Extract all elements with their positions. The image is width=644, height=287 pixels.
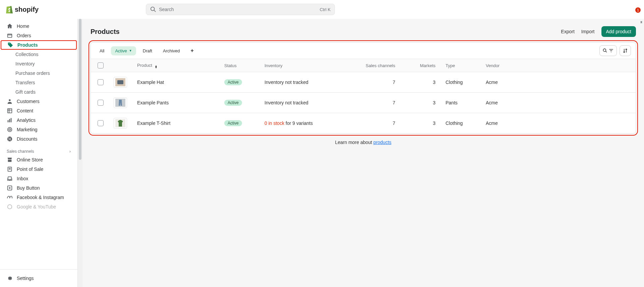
col-type[interactable]: Type — [446, 63, 486, 68]
add-view-button[interactable]: + — [187, 46, 198, 56]
inventory-cell: Inventory not tracked — [265, 80, 358, 85]
brand-logo[interactable]: shopify — [5, 5, 39, 14]
status-badge: Active — [224, 79, 242, 85]
table-row[interactable]: Example HatActiveInventory not tracked73… — [91, 72, 636, 93]
sidebar-item-inbox[interactable]: Inbox — [0, 174, 77, 183]
sidebar-item-label: Content — [17, 108, 33, 113]
sidebar-item-pos[interactable]: Point of Sale — [0, 164, 77, 174]
sidebar-scrollbar[interactable]: ▴ ▾ — [78, 19, 82, 287]
col-product[interactable]: Product ▲▼ — [137, 63, 224, 68]
svg-point-9 — [9, 129, 10, 130]
tab-archived[interactable]: Archived — [159, 46, 184, 55]
sidebar-sub-collections[interactable]: Collections — [0, 50, 77, 59]
svg-rect-2 — [8, 34, 12, 38]
row-checkbox[interactable] — [98, 79, 104, 85]
sidebar-item-marketing[interactable]: Marketing — [0, 125, 77, 134]
sidebar-item-label: Buy Button — [17, 185, 40, 191]
analytics-icon — [7, 117, 13, 123]
row-checkbox[interactable] — [98, 120, 104, 126]
col-inventory[interactable]: Inventory — [265, 63, 358, 68]
table-row[interactable]: Example PantsActiveInventory not tracked… — [91, 93, 636, 113]
chevron-right-icon[interactable]: › — [69, 149, 71, 154]
table-row[interactable]: Example T-ShirtActive0 in stock for 9 va… — [91, 113, 636, 133]
sidebar-item-label: Point of Sale — [17, 166, 43, 172]
select-all-checkbox[interactable] — [98, 62, 104, 68]
sidebar-item-label: Home — [17, 23, 29, 29]
sales-cell: 7 — [358, 80, 405, 85]
sidebar-item-products[interactable]: Products — [1, 40, 77, 50]
vendor-cell: Acme — [486, 121, 536, 126]
product-name[interactable]: Example T-Shirt — [137, 121, 224, 126]
tab-active[interactable]: Active ▼ — [111, 46, 136, 55]
percent-icon — [7, 136, 13, 142]
sidebar-section-channels: Sales channels › — [0, 144, 77, 155]
product-thumbnail — [114, 97, 127, 108]
home-icon — [7, 23, 13, 29]
sales-cell: 7 — [358, 121, 405, 126]
status-badge: Active — [224, 120, 242, 126]
vendor-cell: Acme — [486, 80, 536, 85]
vendor-cell: Acme — [486, 100, 536, 105]
tab-all[interactable]: All — [96, 46, 108, 55]
svg-rect-5 — [8, 120, 9, 122]
inbox-icon — [7, 176, 13, 182]
sidebar-item-online-store[interactable]: Online Store — [0, 155, 77, 164]
sidebar-item-orders[interactable]: Orders — [0, 31, 77, 40]
type-cell: Pants — [446, 100, 486, 105]
sidebar-item-settings[interactable]: Settings — [0, 274, 77, 283]
col-vendor[interactable]: Vendor — [486, 63, 536, 68]
sidebar-item-content[interactable]: Content — [0, 106, 77, 115]
sidebar-item-discounts[interactable]: Discounts — [0, 134, 77, 144]
product-name[interactable]: Example Hat — [137, 80, 224, 85]
svg-line-1 — [154, 10, 156, 12]
status-badge: Active — [224, 100, 242, 106]
products-help-link[interactable]: products — [373, 140, 392, 145]
markets-cell: 3 — [405, 121, 446, 126]
export-button[interactable]: Export — [561, 29, 574, 34]
gear-icon — [7, 275, 13, 281]
caret-down-icon: ▼ — [129, 49, 132, 52]
svg-point-12 — [10, 139, 11, 140]
search-shortcut: Ctrl K — [320, 7, 331, 12]
sidebar-item-label: Marketing — [17, 127, 37, 132]
type-cell: Clothing — [446, 80, 486, 85]
sidebar-item-label: Inbox — [17, 176, 28, 181]
add-product-button[interactable]: Add product — [601, 26, 636, 37]
col-sales[interactable]: Sales channels — [358, 63, 405, 68]
sort-button[interactable] — [620, 45, 631, 56]
import-button[interactable]: Import — [581, 29, 595, 34]
sidebar-sub-giftcards[interactable]: Gift cards — [0, 87, 77, 97]
brand-text: shopify — [15, 6, 39, 13]
svg-point-8 — [8, 128, 12, 132]
main-content: Products Export Import Add product All A… — [82, 19, 644, 287]
sidebar-item-home[interactable]: Home — [0, 21, 77, 31]
store-icon — [7, 157, 13, 163]
sidebar-item-analytics[interactable]: Analytics — [0, 115, 77, 125]
svg-rect-7 — [11, 118, 12, 123]
tab-draft[interactable]: Draft — [139, 46, 156, 55]
sidebar-item-customers[interactable]: Customers — [0, 97, 77, 106]
svg-rect-19 — [117, 80, 123, 84]
row-checkbox[interactable] — [98, 100, 104, 106]
col-status[interactable]: Status — [224, 63, 265, 68]
search-filter-button[interactable] — [599, 45, 617, 56]
inventory-cell: 0 in stock for 9 variants — [265, 121, 358, 126]
sidebar-item-google[interactable]: Google & YouTube — [0, 202, 77, 211]
sidebar-sub-inventory[interactable]: Inventory — [0, 59, 77, 68]
product-thumbnail — [114, 118, 127, 129]
orders-icon — [7, 33, 13, 39]
search-placeholder: Search — [159, 7, 320, 12]
col-markets[interactable]: Markets — [405, 63, 446, 68]
sidebar-sub-purchase-orders[interactable]: Purchase orders — [0, 68, 77, 78]
sales-cell: 7 — [358, 100, 405, 105]
sidebar-sub-transfers[interactable]: Transfers — [0, 78, 77, 87]
svg-rect-6 — [9, 119, 10, 122]
sidebar-item-facebook[interactable]: Facebook & Instagram — [0, 193, 77, 202]
shopify-bag-icon — [5, 5, 13, 14]
sidebar-item-buy-button[interactable]: Buy Button — [0, 183, 77, 193]
product-name[interactable]: Example Pants — [137, 100, 224, 105]
global-search[interactable]: Search Ctrl K — [146, 4, 335, 15]
sidebar-item-label: Facebook & Instagram — [17, 195, 64, 200]
learn-more: Learn more about products — [91, 134, 636, 146]
svg-point-0 — [151, 7, 155, 11]
